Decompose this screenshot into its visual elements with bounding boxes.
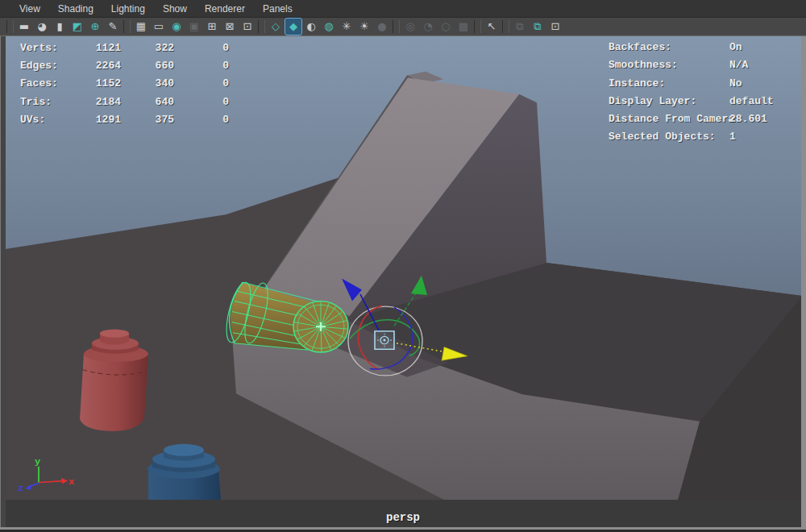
hud-stat-value: 2264 xyxy=(81,60,121,72)
hud-stat-value: 1121 xyxy=(81,42,121,54)
safe-action-icon[interactable]: ⊠ xyxy=(222,19,238,35)
shaded-textured-icon[interactable]: ◐ xyxy=(303,19,319,35)
hud-detail-label: Instance: xyxy=(609,77,665,89)
hud-row-selected-objects-: Selected Objects:1 xyxy=(609,128,806,146)
hud-stat-value: 0 xyxy=(187,42,229,54)
zoom-region-icon[interactable]: ⊡ xyxy=(547,19,563,35)
hud-detail-value: On xyxy=(729,41,742,53)
view-compass-icon[interactable]: ⊕ xyxy=(87,19,103,35)
textured-mode-icon[interactable]: ◍ xyxy=(321,19,337,35)
isolate-selected-view-icon[interactable]: ⧉ xyxy=(530,19,546,35)
hud-stat-value: 640 xyxy=(134,96,174,108)
occlusion-icon[interactable]: ◎ xyxy=(402,19,418,35)
camera-name-label: persp xyxy=(0,511,806,524)
hud-object-details: Backfaces:OnSmoothness:N/AInstance:NoDis… xyxy=(609,39,806,147)
hud-stat-label: UVs: xyxy=(20,114,81,126)
camera-attributes-icon[interactable]: ◕ xyxy=(34,19,50,35)
hud-poly-count: Verts:11213220Edges:22646600Faces:115234… xyxy=(20,39,229,128)
film-gate-icon[interactable]: ▭ xyxy=(151,19,167,35)
axis-y-label: y xyxy=(35,456,40,467)
shadows-icon[interactable]: ● xyxy=(374,19,390,35)
hud-row-display-layer-: Display Layer:default xyxy=(609,93,806,110)
hud-stat-value: 1291 xyxy=(81,114,121,126)
hud-stat-label: Faces: xyxy=(20,77,81,89)
hud-detail-label: Backfaces: xyxy=(609,41,671,53)
grid-icon[interactable]: ▦ xyxy=(133,19,149,35)
axis-x-label: x xyxy=(69,477,74,488)
viewport: y x z Verts:11213220Edges:22646600Faces:… xyxy=(0,35,806,532)
menu-panels[interactable]: Panels xyxy=(255,2,301,16)
toolbar-separator xyxy=(258,20,265,33)
hud-row-smoothness-: Smoothness:N/A xyxy=(609,56,806,74)
shaded-mode-icon[interactable]: ◆ xyxy=(285,19,301,35)
hud-row-uvs: UVs:12913750 xyxy=(20,110,229,128)
menu-show[interactable]: Show xyxy=(155,2,195,16)
hud-row-faces: Faces:11523400 xyxy=(20,75,229,93)
fog-icon[interactable]: ○ xyxy=(438,19,454,35)
hud-detail-value: No xyxy=(729,77,742,89)
resolution-gate-icon[interactable]: ◉ xyxy=(168,19,185,35)
hud-row-distance-from-camera-: Distance From Camera:28.601 xyxy=(609,110,806,128)
hud-stat-value: 660 xyxy=(134,60,174,72)
viewport-border-left xyxy=(0,36,6,532)
hud-stat-value: 0 xyxy=(187,77,229,89)
lighting-icon[interactable]: ☀ xyxy=(356,19,372,35)
menu-renderer[interactable]: Renderer xyxy=(197,2,253,16)
hud-stat-value: 340 xyxy=(134,77,174,89)
toolbar-separator xyxy=(474,20,481,33)
xray-icon[interactable]: ▩ xyxy=(455,19,472,35)
select-camera-icon[interactable]: ▬ xyxy=(16,19,32,35)
use-default-material-icon[interactable]: ✳ xyxy=(339,19,355,35)
hud-row-edges: Edges:22646600 xyxy=(20,56,229,74)
hud-detail-label: Distance From Camera: xyxy=(609,113,741,125)
toolbar-separator xyxy=(6,20,14,33)
image-plane-icon[interactable]: ◩ xyxy=(69,19,85,35)
select-tool-icon[interactable]: ↖ xyxy=(484,19,500,35)
hud-row-backfaces-: Backfaces:On xyxy=(609,39,806,56)
hud-stat-value: 2184 xyxy=(81,96,121,108)
hud-stat-label: Edges: xyxy=(20,60,81,72)
hud-detail-value: 1 xyxy=(729,131,736,143)
menu-lighting[interactable]: Lighting xyxy=(103,2,153,16)
hud-stat-value: 0 xyxy=(187,60,229,72)
safe-title-icon[interactable]: ⊡ xyxy=(239,19,256,35)
hud-detail-value: default xyxy=(729,95,774,107)
gate-mask-icon[interactable]: ▣ xyxy=(186,19,202,35)
hud-stat-label: Tris: xyxy=(20,96,81,108)
axis-z-label: z xyxy=(18,483,23,493)
hud-stat-value: 322 xyxy=(134,42,174,54)
hud-stat-value: 375 xyxy=(134,114,174,126)
menu-view[interactable]: View xyxy=(11,2,48,16)
hud-row-verts: Verts:11213220 xyxy=(20,39,229,56)
hud-row-tris: Tris:21846400 xyxy=(20,93,229,110)
maya-panel: ViewShadingLightingShowRendererPanels ▬◕… xyxy=(0,0,806,532)
toolbar-separator xyxy=(393,20,400,33)
panel-menubar: ViewShadingLightingShowRendererPanels xyxy=(0,0,806,18)
camera-tools-icon[interactable]: ✎ xyxy=(105,19,121,35)
hud-detail-label: Display Layer: xyxy=(609,95,696,107)
wireframe-mode-icon[interactable]: ◇ xyxy=(268,19,284,35)
toolbar-separator xyxy=(123,20,131,33)
hud-stat-label: Verts: xyxy=(20,42,81,54)
hud-detail-value: N/A xyxy=(729,59,748,71)
hud-stat-value: 1152 xyxy=(81,77,121,89)
field-chart-icon[interactable]: ⊞ xyxy=(204,19,220,35)
viewport-border-right xyxy=(801,36,806,532)
menu-shading[interactable]: Shading xyxy=(50,2,102,16)
hud-stat-value: 0 xyxy=(187,114,229,126)
hud-detail-label: Selected Objects: xyxy=(609,131,716,143)
toolbar-separator xyxy=(502,20,509,33)
hud-detail-label: Smoothness: xyxy=(609,59,678,71)
panel-toolbar: ▬◕▮◩⊕✎▦▭◉▣⊞⊠⊡◇◆◐◍✳☀●◎◔○▩↖⧉⧉⊡ xyxy=(0,18,806,35)
hud-detail-value: 28.601 xyxy=(729,113,767,125)
isolate-select-icon[interactable]: ⧉ xyxy=(512,19,528,35)
hud-row-instance-: Instance:No xyxy=(609,75,806,93)
hud-stat-value: 0 xyxy=(187,96,229,108)
bookmark-icon[interactable]: ▮ xyxy=(52,19,68,35)
motion-blur-icon[interactable]: ◔ xyxy=(420,19,436,35)
